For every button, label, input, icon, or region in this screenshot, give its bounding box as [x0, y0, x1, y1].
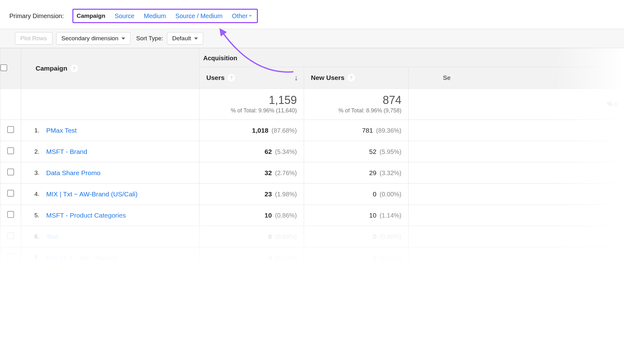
row-checkbox[interactable]: [7, 190, 14, 197]
users-cell: 10(0.86%): [199, 205, 304, 226]
tab-source[interactable]: Source: [115, 12, 134, 20]
row-checkbox[interactable]: [7, 253, 14, 260]
select-all-cell: [0, 48, 21, 89]
row-checkbox[interactable]: [7, 211, 14, 218]
campaign-link[interactable]: Data Share Promo: [46, 169, 101, 177]
row-checkbox[interactable]: [7, 232, 14, 239]
sort-type-label: Sort Type:: [136, 35, 163, 42]
table-row: 5.MSFT - Product Categories10(0.86%)10(1…: [0, 205, 624, 226]
help-icon[interactable]: ?: [71, 65, 78, 72]
new-users-cell: 10(1.14%): [304, 205, 409, 226]
new-users-cell: 52(5.95%): [304, 141, 409, 162]
sort-type-dropdown[interactable]: Default: [167, 32, 203, 45]
table-row: 3.Data Share Promo32(2.76%)29(3.32%): [0, 162, 624, 184]
row-number: 7.: [28, 254, 41, 261]
caret-down-icon: [194, 37, 198, 40]
new-users-cell: 29(3.32%): [304, 162, 409, 184]
report-table: Campaign? Acquisition Users? ↓ New Users…: [0, 48, 624, 268]
campaign-link[interactable]: Test: [46, 233, 58, 240]
new-users-summary: 874 % of Total: 8.96% (9,758): [304, 89, 409, 120]
tab-medium[interactable]: Medium: [144, 12, 166, 20]
caret-down-icon: [121, 37, 125, 40]
new-users-cell: 0(0.00%): [304, 184, 409, 205]
campaign-header[interactable]: Campaign?: [21, 48, 199, 89]
caret-down-icon: [249, 15, 252, 17]
users-cell: 8(0.69%): [199, 226, 304, 247]
row-number: 1.: [28, 127, 41, 134]
plot-rows-button[interactable]: Plot Rows: [15, 32, 52, 45]
table-row: 4.MIX | Txt ~ AW-Brand (US/Cali)23(1.98%…: [0, 184, 624, 205]
tab-source-medium[interactable]: Source / Medium: [175, 12, 223, 20]
users-cell: 23(1.98%): [199, 184, 304, 205]
sort-desc-icon: ↓: [294, 73, 298, 82]
primary-dimension-row: Primary Dimension: Campaign Source Mediu…: [0, 0, 624, 29]
campaign-link[interactable]: MSFT - Brand: [46, 148, 87, 155]
dimension-tabs-highlight: Campaign Source Medium Source / Medium O…: [72, 9, 258, 23]
users-cell: 1,018(87.68%): [199, 120, 304, 141]
row-number: 6.: [28, 233, 41, 240]
row-number: 3.: [28, 170, 41, 176]
sessions-summary-partial: % o: [409, 89, 624, 120]
secondary-dimension-dropdown[interactable]: Secondary dimension: [56, 32, 131, 45]
toolbar: Plot Rows Secondary dimension Sort Type:…: [0, 29, 624, 48]
new-users-header[interactable]: New Users?: [304, 67, 409, 89]
table-row: 1.PMax Test1,018(87.68%)781(89.36%): [0, 120, 624, 141]
select-all-checkbox[interactable]: [0, 64, 7, 71]
users-cell: 62(5.34%): [199, 141, 304, 162]
help-icon[interactable]: ?: [347, 74, 355, 81]
row-number: 2.: [28, 148, 41, 155]
campaign-link[interactable]: PMax Test: [46, 127, 77, 134]
users-cell: 32(2.76%): [199, 162, 304, 184]
summary-row: 1,159 % of Total: 9.96% (11,640) 874 % o…: [0, 89, 624, 120]
sessions-header-partial[interactable]: Se: [409, 67, 624, 89]
campaign-link[interactable]: MSFT - Product Categories: [46, 212, 126, 219]
tab-campaign[interactable]: Campaign: [76, 12, 105, 19]
row-number: 5.: [28, 212, 41, 219]
acquisition-header: Acquisition: [199, 48, 624, 67]
table-row: 2.MSFT - Brand62(5.34%)52(5.95%): [0, 141, 624, 162]
new-users-cell: 781(89.36%): [304, 120, 409, 141]
campaign-link[interactable]: MIX | Txt ~ AW-Brand (US/Cali): [46, 190, 138, 198]
users-summary: 1,159 % of Total: 9.96% (11,640): [199, 89, 304, 120]
primary-dimension-label: Primary Dimension:: [9, 12, 64, 20]
campaign-link[interactable]: MIX | Txt ~ AW - Apparel: [46, 254, 118, 262]
row-checkbox[interactable]: [7, 126, 14, 133]
row-number: 4.: [28, 191, 41, 198]
new-users-cell: 0(0.00%): [304, 247, 409, 268]
table-row: 7.MIX | Txt ~ AW - Apparel4(0.34%)0(0.00…: [0, 247, 624, 268]
users-cell: 4(0.34%): [199, 247, 304, 268]
users-header[interactable]: Users? ↓: [199, 67, 304, 89]
row-checkbox[interactable]: [7, 169, 14, 175]
table-row: 6.Test8(0.69%)0(0.00%): [0, 226, 624, 247]
new-users-cell: 0(0.00%): [304, 226, 409, 247]
help-icon[interactable]: ?: [228, 74, 235, 81]
row-checkbox[interactable]: [7, 147, 14, 154]
tab-other[interactable]: Other: [232, 12, 252, 20]
